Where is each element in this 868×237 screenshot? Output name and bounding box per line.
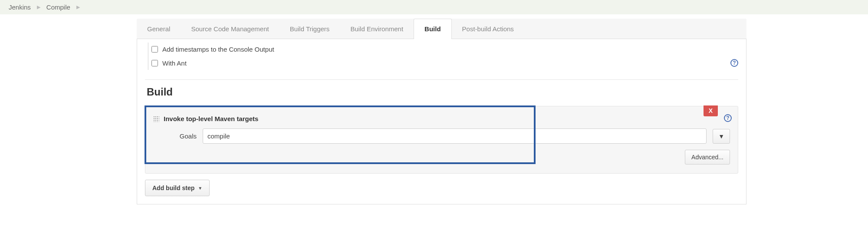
expand-goals-button[interactable]: ▼	[713, 129, 730, 144]
breadcrumb-separator-icon: ▶	[76, 4, 80, 10]
tab-build-triggers[interactable]: Build Triggers	[279, 19, 340, 39]
timestamps-label: Add timestamps to the Console Output	[162, 46, 274, 53]
delete-step-button[interactable]: X	[704, 105, 718, 116]
add-build-step-label: Add build step	[152, 184, 194, 191]
section-divider	[145, 79, 738, 80]
help-icon[interactable]: ?	[730, 59, 738, 67]
option-timestamps: Add timestamps to the Console Output	[148, 43, 738, 56]
option-with-ant: With Ant ?	[148, 56, 738, 70]
config-tabs: General Source Code Management Build Tri…	[137, 19, 746, 39]
config-body: Add timestamps to the Console Output Wit…	[137, 39, 746, 204]
tab-post-build-actions[interactable]: Post-build Actions	[452, 19, 524, 39]
build-step-maven: X ? Invoke top-level Maven targets Goals…	[145, 106, 738, 174]
main-content: General Source Code Management Build Tri…	[137, 14, 746, 204]
timestamps-checkbox[interactable]	[151, 46, 158, 53]
with-ant-label: With Ant	[162, 59, 187, 67]
tab-build-environment[interactable]: Build Environment	[340, 19, 414, 39]
chevron-down-icon: ▼	[198, 186, 202, 191]
drag-handle-icon[interactable]	[153, 116, 159, 122]
help-icon[interactable]: ?	[724, 114, 732, 122]
section-title-build: Build	[147, 86, 738, 98]
breadcrumb: Jenkins ▶ Compile ▶	[0, 0, 868, 14]
breadcrumb-item-jenkins[interactable]: Jenkins	[9, 3, 31, 11]
goals-input[interactable]	[203, 128, 707, 144]
build-step-footer: Advanced...	[153, 150, 730, 165]
tab-scm[interactable]: Source Code Management	[181, 19, 279, 39]
build-step-header: Invoke top-level Maven targets	[153, 115, 730, 122]
tab-general[interactable]: General	[137, 19, 181, 39]
goals-row: Goals ▼	[153, 128, 730, 144]
breadcrumb-item-compile[interactable]: Compile	[46, 3, 70, 11]
tab-build[interactable]: Build	[414, 19, 452, 39]
goals-label: Goals	[153, 132, 197, 140]
with-ant-checkbox[interactable]	[151, 60, 158, 66]
advanced-button[interactable]: Advanced...	[685, 150, 730, 165]
build-step-title: Invoke top-level Maven targets	[164, 115, 258, 122]
breadcrumb-separator-icon: ▶	[37, 4, 40, 10]
add-build-step-button[interactable]: Add build step ▼	[145, 180, 210, 196]
